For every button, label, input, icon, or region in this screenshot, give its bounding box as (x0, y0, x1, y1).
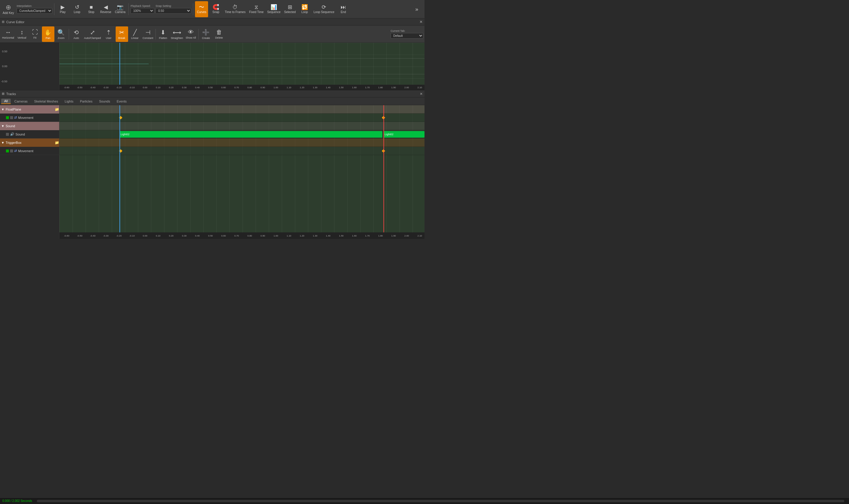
movement1-vis-button[interactable] (6, 116, 9, 119)
current-tab-label: Current Tab: (391, 30, 423, 32)
track-group-floatplane[interactable]: ▼ FloatPlane 📁 (0, 105, 59, 113)
break-icon: ✂ (119, 29, 124, 36)
curve-editor-close-button[interactable]: ✕ (420, 20, 423, 24)
triggerbox-folder-button[interactable]: 📁 (55, 141, 59, 145)
snap-label: Snap (213, 11, 219, 14)
tab-events[interactable]: Events (113, 99, 130, 104)
tab-cameras[interactable]: Cameras (11, 99, 31, 104)
sound-clip-1[interactable]: Light02 (120, 131, 382, 138)
straighten-button[interactable]: ⟷ Straighten (170, 26, 184, 42)
timeline-xlabel: 1.90 (387, 234, 400, 237)
stop-icon: ■ (90, 4, 93, 10)
playback-speed-select[interactable]: 100% 50% (130, 8, 154, 14)
break-label: Break (118, 37, 125, 39)
snap-icon: 🧲 (213, 4, 219, 10)
curve-canvas[interactable]: -0.60-0.50-0.40-0.30-0.20-0.100.000.100.… (59, 43, 425, 90)
timeline-xlabel: 2.10 (413, 234, 425, 237)
top-toolbar: ⊕ Add Key Interpolation: CurveAutoClampe… (0, 0, 425, 18)
end-button[interactable]: ⏭ End (337, 1, 350, 17)
movement1-lock-button[interactable] (10, 116, 13, 119)
sequence-button[interactable]: 📊 Sequence (266, 1, 282, 17)
fit-button[interactable]: ⛶ Fit (29, 26, 41, 42)
movement2-vis-button[interactable] (6, 149, 9, 152)
create-icon: ➕ (202, 29, 210, 36)
pan-button[interactable]: ✋ Pan (42, 26, 54, 42)
tab-sounds[interactable]: Sounds (96, 99, 113, 104)
interpolation-select[interactable]: CurveAutoClamped CurveAuto Linear (17, 8, 52, 14)
create-button[interactable]: ➕ Create (200, 26, 212, 42)
movement2-lock-button[interactable] (10, 149, 13, 152)
fit-label: Fit (34, 36, 37, 39)
track-sub-movement-2: ⇄ Movement (0, 147, 59, 155)
curve-x-labels: -0.60-0.50-0.40-0.30-0.20-0.100.000.100.… (59, 85, 425, 90)
vertical-button[interactable]: ↕ Vertical (16, 26, 28, 42)
fixed-time-button[interactable]: ⧖ Fixed Time (248, 1, 265, 17)
timeline-playhead-red (384, 105, 384, 232)
linear-button[interactable]: ╱ Linear (129, 26, 141, 42)
timeline-xlabel: 2.00 (400, 234, 413, 237)
timeline-xlabel: 0.20 (165, 234, 178, 237)
timeline-row-sound[interactable]: Light02 Light02 (59, 130, 425, 139)
timeline-row-movement2[interactable] (59, 147, 425, 155)
sound-clip-2[interactable]: Light02 (384, 131, 425, 138)
tab-all[interactable]: All (1, 98, 11, 104)
user-button[interactable]: ⇡ User (103, 26, 115, 42)
auto-clamped-button[interactable]: ⤢ Auto/Clamped (83, 26, 102, 42)
loop2-button[interactable]: 🔁 Loop (298, 1, 311, 17)
tracks-bar: ⊞ Tracks ✕ (0, 90, 425, 97)
selected-button[interactable]: ⊞ Selected (283, 1, 297, 17)
timeline-row-movement1[interactable] (59, 113, 425, 122)
interpolation-label: Interpolation: (17, 4, 52, 7)
show-all-button[interactable]: 👁 Show All (184, 26, 197, 42)
flatten-button[interactable]: ⬇ Flatten (157, 26, 170, 42)
separator-2 (128, 3, 129, 15)
curves-button[interactable]: 〜 Curves (195, 1, 208, 17)
tracks-close-button[interactable]: ✕ (420, 92, 423, 96)
play-button[interactable]: ▶ Play (56, 1, 69, 17)
time-to-frames-button[interactable]: ⏱ Time to Frames (224, 1, 247, 17)
triggerbox-label: TriggerBox (6, 141, 21, 144)
track-group-triggerbox[interactable]: ▼ TriggerBox 📁 (0, 139, 59, 147)
expand-button[interactable]: » (410, 1, 423, 17)
fixed-time-label: Fixed Time (249, 11, 264, 14)
tab-lights[interactable]: Lights (62, 99, 76, 104)
track-group-sound[interactable]: ▼ Sound (0, 122, 59, 130)
tab-skeletal-meshes[interactable]: Skeletal Meshes (31, 99, 61, 104)
reverse-button[interactable]: ◀ Reverse (99, 1, 112, 17)
current-tab-select[interactable]: Default (391, 33, 423, 39)
camera-button[interactable]: 📷 Camera (113, 1, 127, 17)
auto-button[interactable]: ⟲ Auto (70, 26, 83, 42)
add-key-button[interactable]: ⊕ Add Key (1, 1, 16, 17)
timeline-xlabel: -0.60 (60, 234, 73, 237)
curve-xlabel: -0.20 (112, 86, 125, 89)
loop-sequence-button[interactable]: ⟳ Loop Sequence (313, 1, 336, 17)
tab-particles[interactable]: Particles (77, 99, 95, 104)
sound-lock-button[interactable] (6, 133, 9, 136)
constant-button[interactable]: ⊣ Constant (142, 26, 154, 42)
separator-3 (193, 3, 193, 15)
constant-icon: ⊣ (145, 29, 151, 36)
timeline-xlabel: 1.80 (374, 234, 387, 237)
break-button[interactable]: ✂ Break (116, 26, 128, 42)
timeline-xlabel: 1.50 (335, 234, 348, 237)
show-all-icon: 👁 (188, 29, 194, 36)
horizontal-icon: ↔ (5, 29, 11, 36)
zoom-button[interactable]: 🔍 Zoom (55, 26, 68, 42)
curve-xlabel: -0.50 (73, 86, 86, 89)
loop-button[interactable]: ↺ Loop (70, 1, 84, 17)
track-list: ▼ FloatPlane 📁 ⇄ Movement ▼ Sound 🔊 Soun… (0, 105, 59, 239)
timeline-canvas[interactable]: Light02 Light02 -0.60-0.50-0.40-0.30-0.2… (59, 105, 425, 239)
horizontal-button[interactable]: ↔ Horizontal (1, 26, 15, 42)
y-label-050: 0.50 (1, 50, 8, 53)
curve-xlabel: 0.30 (178, 86, 191, 89)
linear-label: Linear (131, 37, 139, 39)
expand-icon: » (415, 6, 418, 12)
stop-button[interactable]: ■ Stop (85, 1, 98, 17)
show-all-label: Show All (185, 36, 196, 39)
delete-button[interactable]: 🗑 Delete (213, 26, 225, 42)
end-icon: ⏭ (341, 4, 346, 10)
timeline-xlabel: 1.00 (269, 234, 282, 237)
floatplane-folder-button[interactable]: 📁 (55, 107, 59, 111)
snap-setting-select[interactable]: 0.50 0.25 1.00 (156, 8, 191, 14)
snap-button[interactable]: 🧲 Snap (209, 1, 222, 17)
